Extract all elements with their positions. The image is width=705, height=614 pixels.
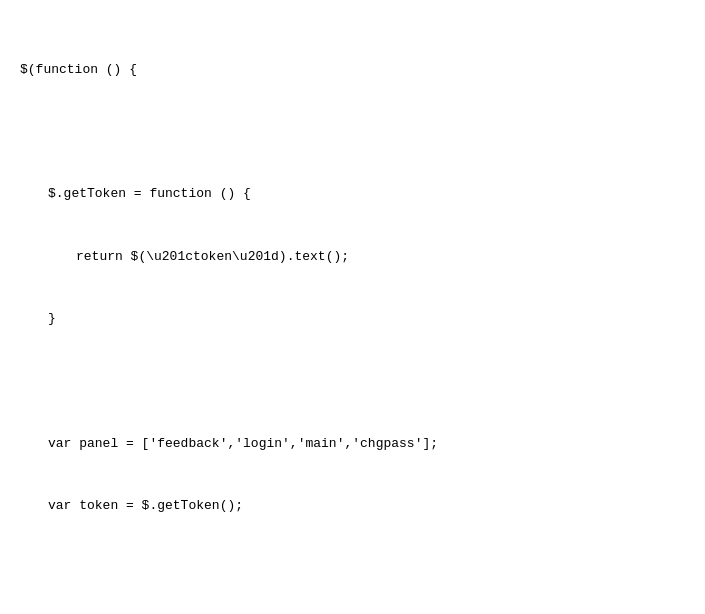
code-line-3: $.getToken = function () {	[20, 184, 685, 205]
code-line-9	[20, 559, 685, 580]
code-line-1: $(function () {	[20, 60, 685, 81]
code-block: $(function () { $.getToken = function ()…	[20, 10, 685, 614]
code-line-4: return $(\u201ctoken\u201d).text();	[20, 247, 685, 268]
code-line-8: var token = $.getToken();	[20, 496, 685, 517]
code-line-6	[20, 372, 685, 393]
code-line-5: }	[20, 309, 685, 330]
code-line-2	[20, 122, 685, 143]
code-line-7: var panel = ['feedback','login','main','…	[20, 434, 685, 455]
